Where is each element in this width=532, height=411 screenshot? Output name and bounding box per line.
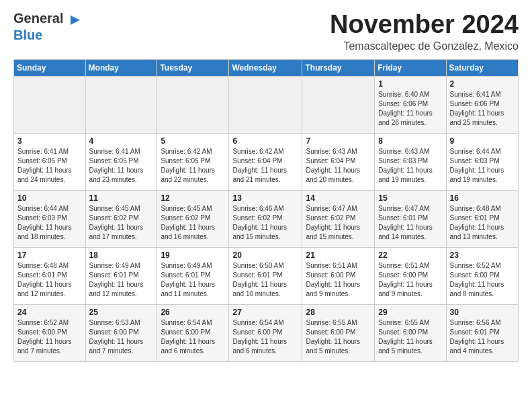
- day-cell-1-2: 5Sunrise: 6:42 AMSunset: 6:05 PMDaylight…: [157, 133, 229, 190]
- day-number: 30: [450, 308, 515, 317]
- day-number: 7: [306, 136, 371, 146]
- day-info: Sunrise: 6:44 AMSunset: 6:03 PMDaylight:…: [17, 204, 82, 242]
- day-cell-2-4: 14Sunrise: 6:47 AMSunset: 6:02 PMDayligh…: [302, 190, 375, 247]
- week-row-1: 1Sunrise: 6:40 AMSunset: 6:06 PMDaylight…: [14, 76, 519, 133]
- day-number: 9: [450, 136, 515, 146]
- day-cell-3-6: 23Sunrise: 6:52 AMSunset: 6:00 PMDayligh…: [446, 247, 518, 304]
- day-cell-4-5: 29Sunrise: 6:55 AMSunset: 6:00 PMDayligh…: [375, 304, 446, 361]
- day-cell-2-1: 11Sunrise: 6:45 AMSunset: 6:02 PMDayligh…: [85, 190, 157, 247]
- day-cell-0-2: [157, 76, 229, 133]
- day-info: Sunrise: 6:40 AMSunset: 6:06 PMDaylight:…: [378, 90, 442, 128]
- day-number: 29: [378, 308, 442, 317]
- header-tuesday: Tuesday: [157, 59, 229, 76]
- day-number: 5: [161, 136, 225, 146]
- day-cell-3-0: 17Sunrise: 6:48 AMSunset: 6:01 PMDayligh…: [14, 247, 86, 304]
- location: Temascaltepec de Gonzalez, Mexico: [330, 40, 519, 52]
- day-cell-3-3: 20Sunrise: 6:50 AMSunset: 6:01 PMDayligh…: [229, 247, 302, 304]
- day-cell-0-0: [14, 76, 86, 133]
- header: General Blue November 2024 Temascaltepec…: [13, 11, 519, 52]
- day-cell-2-5: 15Sunrise: 6:47 AMSunset: 6:01 PMDayligh…: [375, 190, 446, 247]
- day-cell-2-2: 12Sunrise: 6:45 AMSunset: 6:02 PMDayligh…: [157, 190, 229, 247]
- day-info: Sunrise: 6:55 AMSunset: 6:00 PMDaylight:…: [378, 318, 442, 356]
- day-number: 10: [17, 193, 82, 203]
- day-info: Sunrise: 6:49 AMSunset: 6:01 PMDaylight:…: [89, 261, 154, 299]
- day-info: Sunrise: 6:41 AMSunset: 6:05 PMDaylight:…: [17, 147, 82, 185]
- day-info: Sunrise: 6:46 AMSunset: 6:02 PMDaylight:…: [232, 204, 298, 242]
- day-number: 25: [89, 308, 154, 317]
- day-number: 4: [89, 136, 154, 146]
- title-block: November 2024 Temascaltepec de Gonzalez,…: [330, 11, 519, 52]
- header-sunday: Sunday: [14, 59, 86, 76]
- day-cell-4-2: 26Sunrise: 6:54 AMSunset: 6:00 PMDayligh…: [157, 304, 229, 361]
- day-cell-3-4: 21Sunrise: 6:51 AMSunset: 6:00 PMDayligh…: [302, 247, 375, 304]
- logo-general: General: [13, 11, 63, 26]
- day-number: 17: [17, 250, 82, 260]
- day-cell-0-4: [302, 76, 375, 133]
- day-number: 27: [232, 308, 298, 317]
- day-info: Sunrise: 6:51 AMSunset: 6:00 PMDaylight:…: [378, 261, 442, 299]
- week-row-5: 24Sunrise: 6:52 AMSunset: 6:00 PMDayligh…: [14, 304, 519, 361]
- day-info: Sunrise: 6:50 AMSunset: 6:01 PMDaylight:…: [232, 261, 298, 299]
- day-number: 26: [161, 308, 225, 317]
- day-cell-4-6: 30Sunrise: 6:56 AMSunset: 6:01 PMDayligh…: [446, 304, 518, 361]
- day-cell-4-1: 25Sunrise: 6:53 AMSunset: 6:00 PMDayligh…: [85, 304, 157, 361]
- header-saturday: Saturday: [446, 59, 518, 76]
- day-info: Sunrise: 6:45 AMSunset: 6:02 PMDaylight:…: [161, 204, 225, 242]
- day-number: 2: [450, 79, 515, 89]
- day-info: Sunrise: 6:52 AMSunset: 6:00 PMDaylight:…: [450, 261, 515, 299]
- day-number: 3: [17, 136, 82, 146]
- day-number: 16: [450, 193, 515, 203]
- header-monday: Monday: [85, 59, 157, 76]
- day-cell-4-0: 24Sunrise: 6:52 AMSunset: 6:00 PMDayligh…: [14, 304, 86, 361]
- day-number: 22: [378, 250, 442, 260]
- day-info: Sunrise: 6:48 AMSunset: 6:01 PMDaylight:…: [450, 204, 515, 242]
- month-title: November 2024: [330, 11, 519, 39]
- day-info: Sunrise: 6:44 AMSunset: 6:03 PMDaylight:…: [450, 147, 515, 185]
- page: General Blue November 2024 Temascaltepec…: [0, 0, 532, 373]
- calendar: Sunday Monday Tuesday Wednesday Thursday…: [13, 59, 519, 362]
- day-info: Sunrise: 6:42 AMSunset: 6:05 PMDaylight:…: [161, 147, 225, 185]
- day-cell-0-3: [229, 76, 302, 133]
- day-cell-4-3: 27Sunrise: 6:54 AMSunset: 6:00 PMDayligh…: [229, 304, 302, 361]
- day-info: Sunrise: 6:43 AMSunset: 6:04 PMDaylight:…: [306, 147, 371, 185]
- day-cell-1-6: 9Sunrise: 6:44 AMSunset: 6:03 PMDaylight…: [446, 133, 518, 190]
- day-cell-1-3: 6Sunrise: 6:42 AMSunset: 6:04 PMDaylight…: [229, 133, 302, 190]
- day-info: Sunrise: 6:47 AMSunset: 6:02 PMDaylight:…: [306, 204, 371, 242]
- day-info: Sunrise: 6:53 AMSunset: 6:00 PMDaylight:…: [89, 318, 154, 356]
- day-number: 21: [306, 250, 371, 260]
- day-cell-2-6: 16Sunrise: 6:48 AMSunset: 6:01 PMDayligh…: [446, 190, 518, 247]
- logo-icon: [68, 13, 83, 28]
- svg-marker-0: [71, 15, 80, 25]
- day-number: 12: [161, 193, 225, 203]
- day-number: 18: [89, 250, 154, 260]
- day-info: Sunrise: 6:42 AMSunset: 6:04 PMDaylight:…: [232, 147, 298, 185]
- day-info: Sunrise: 6:41 AMSunset: 6:06 PMDaylight:…: [450, 90, 515, 128]
- logo-blue: Blue: [13, 28, 42, 42]
- day-info: Sunrise: 6:51 AMSunset: 6:00 PMDaylight:…: [306, 261, 371, 299]
- day-info: Sunrise: 6:43 AMSunset: 6:03 PMDaylight:…: [378, 147, 442, 185]
- day-cell-3-1: 18Sunrise: 6:49 AMSunset: 6:01 PMDayligh…: [85, 247, 157, 304]
- day-info: Sunrise: 6:52 AMSunset: 6:00 PMDaylight:…: [17, 318, 82, 356]
- day-number: 19: [161, 250, 225, 260]
- week-row-2: 3Sunrise: 6:41 AMSunset: 6:05 PMDaylight…: [14, 133, 519, 190]
- day-number: 24: [17, 308, 82, 317]
- day-number: 28: [306, 308, 371, 317]
- day-number: 20: [232, 250, 298, 260]
- day-info: Sunrise: 6:47 AMSunset: 6:01 PMDaylight:…: [378, 204, 442, 242]
- day-cell-2-0: 10Sunrise: 6:44 AMSunset: 6:03 PMDayligh…: [14, 190, 86, 247]
- day-cell-0-5: 1Sunrise: 6:40 AMSunset: 6:06 PMDaylight…: [375, 76, 446, 133]
- day-info: Sunrise: 6:54 AMSunset: 6:00 PMDaylight:…: [232, 318, 298, 356]
- day-info: Sunrise: 6:54 AMSunset: 6:00 PMDaylight:…: [161, 318, 225, 356]
- day-number: 23: [450, 250, 515, 260]
- day-number: 13: [232, 193, 298, 203]
- day-cell-1-4: 7Sunrise: 6:43 AMSunset: 6:04 PMDaylight…: [302, 133, 375, 190]
- day-info: Sunrise: 6:45 AMSunset: 6:02 PMDaylight:…: [89, 204, 154, 242]
- day-number: 15: [378, 193, 442, 203]
- day-cell-0-1: [85, 76, 157, 133]
- day-info: Sunrise: 6:49 AMSunset: 6:01 PMDaylight:…: [161, 261, 225, 299]
- week-row-4: 17Sunrise: 6:48 AMSunset: 6:01 PMDayligh…: [14, 247, 519, 304]
- header-friday: Friday: [375, 59, 446, 76]
- day-cell-1-1: 4Sunrise: 6:41 AMSunset: 6:05 PMDaylight…: [85, 133, 157, 190]
- day-number: 14: [306, 193, 371, 203]
- day-info: Sunrise: 6:48 AMSunset: 6:01 PMDaylight:…: [17, 261, 82, 299]
